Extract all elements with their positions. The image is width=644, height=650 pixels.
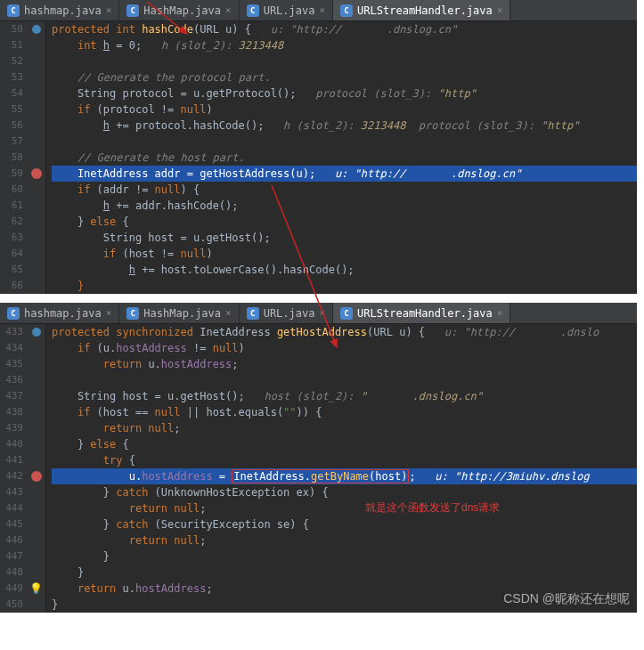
code-line[interactable]: String protocol = u.getProtocol(); proto… [52,85,637,102]
code-line[interactable]: int h = 0; h (slot_2): 3213448 [52,37,637,53]
marker-slot[interactable] [27,420,45,436]
close-icon[interactable]: × [106,4,112,16]
code-line[interactable]: protected int hashCode(URL u) { u: "http… [52,21,637,37]
override-icon[interactable] [32,328,41,337]
marker-slot[interactable] [27,324,45,340]
marker-slot[interactable] [27,372,45,388]
close-icon[interactable]: × [225,307,232,319]
line-number: 65 [0,262,23,278]
code-line[interactable]: h += addr.hashCode(); [52,198,637,214]
code-line[interactable]: String host = u.getHost(); [52,230,637,246]
marker-slot[interactable] [27,118,45,134]
marker-slot[interactable] [27,166,45,182]
code-line[interactable] [52,53,637,69]
marker-slot[interactable]: 💡 [27,581,45,597]
code-line[interactable]: } [52,548,637,565]
line-number: 50 [0,21,23,37]
marker-slot[interactable] [27,468,45,484]
code-line[interactable]: String host = u.getHost(); host (slot_2)… [52,388,637,404]
marker-slot[interactable] [27,500,45,516]
code-line[interactable]: if (u.hostAddress != null) [52,340,637,356]
marker-slot[interactable] [27,548,45,565]
marker-slot[interactable] [27,69,45,85]
marker-slot[interactable] [27,436,45,452]
code-line[interactable]: protected synchronized InetAddress getHo… [52,324,637,340]
close-icon[interactable]: × [319,4,325,16]
close-icon[interactable]: × [497,4,503,16]
marker-gutter[interactable]: 💡 [27,324,46,613]
code-line[interactable]: } else { [52,436,637,452]
close-icon[interactable]: × [497,307,503,319]
marker-slot[interactable] [27,356,45,372]
code-line[interactable]: u.hostAddress = InetAddress.getByName(ho… [52,468,637,484]
tab-HashMap-java[interactable]: CHashMap.java× [119,0,239,20]
code-line[interactable]: return null; [52,420,637,436]
code-line[interactable]: if (host == null || host.equals("")) { [52,404,637,420]
close-icon[interactable]: × [106,307,112,319]
marker-slot[interactable] [27,182,45,198]
marker-slot[interactable] [27,452,45,468]
marker-slot[interactable] [27,246,45,262]
tab-URLStreamHandler-java[interactable]: CURLStreamHandler.java× [333,0,510,20]
code-line[interactable]: h += protocol.hashCode(); h (slot_2): 32… [52,118,637,134]
close-icon[interactable]: × [319,307,325,319]
code-line[interactable]: } [52,565,637,581]
breakpoint-icon[interactable] [31,168,42,179]
marker-slot[interactable] [27,597,45,613]
marker-slot[interactable] [27,532,45,548]
marker-slot[interactable] [27,565,45,581]
marker-slot[interactable] [27,230,45,246]
code-line[interactable]: if (addr != null) { [52,182,637,198]
code-line[interactable]: InetAddress addr = getHostAddress(u); u:… [52,166,637,182]
breakpoint-icon[interactable] [31,471,42,482]
tab-HashMap-java[interactable]: CHashMap.java× [119,303,239,323]
marker-slot[interactable] [27,388,45,404]
override-icon[interactable] [32,25,41,34]
marker-slot[interactable] [27,53,45,69]
marker-slot[interactable] [27,484,45,500]
marker-slot[interactable] [27,340,45,356]
bulb-icon[interactable]: 💡 [29,581,43,597]
code-line[interactable]: h += host.toLowerCase().hashCode(); [52,262,637,278]
line-number: 56 [0,118,23,134]
marker-slot[interactable] [27,516,45,532]
code-line[interactable] [52,372,637,388]
tab-hashmap-java[interactable]: Chashmap.java× [0,0,119,20]
marker-slot[interactable] [27,214,45,230]
marker-slot[interactable] [27,404,45,420]
code-content[interactable]: protected synchronized InetAddress getHo… [46,324,637,613]
marker-slot[interactable] [27,37,45,53]
marker-slot[interactable] [27,262,45,278]
line-number: 59 [0,166,23,182]
code-line[interactable]: if (host != null) [52,246,637,262]
tab-hashmap-java[interactable]: Chashmap.java× [0,303,119,323]
close-icon[interactable]: × [225,4,232,16]
code-line[interactable]: if (protocol != null) [52,102,637,118]
tab-URLStreamHandler-java[interactable]: CURLStreamHandler.java× [333,303,510,323]
tab-URL-java[interactable]: CURL.java× [240,303,333,323]
marker-slot[interactable] [27,85,45,102]
code-line[interactable]: } catch (UnknownHostException ex) { [52,484,637,500]
marker-slot[interactable] [27,150,45,166]
code-line[interactable]: } [52,278,637,294]
code-line[interactable]: // Generate the host part. [52,150,637,166]
code-line[interactable]: // Generate the protocol part. [52,69,637,85]
line-number-gutter: 5051525354555657585960616263646566 [0,21,27,294]
marker-slot[interactable] [27,198,45,214]
marker-slot[interactable] [27,102,45,118]
code-line[interactable]: return null; [52,532,637,548]
code-line[interactable]: return u.hostAddress; [52,356,637,372]
file-icon: C [340,4,353,17]
marker-slot[interactable] [27,134,45,150]
code-line[interactable]: return null; [52,500,637,516]
line-number: 57 [0,134,23,150]
marker-slot[interactable] [27,278,45,294]
tab-URL-java[interactable]: CURL.java× [240,0,333,20]
code-line[interactable] [52,134,637,150]
marker-slot[interactable] [27,21,45,37]
code-line[interactable]: } else { [52,214,637,230]
code-content[interactable]: protected int hashCode(URL u) { u: "http… [46,21,637,294]
marker-gutter[interactable] [27,21,46,294]
code-line[interactable]: } catch (SecurityException se) { [52,516,637,532]
code-line[interactable]: try { [52,452,637,468]
